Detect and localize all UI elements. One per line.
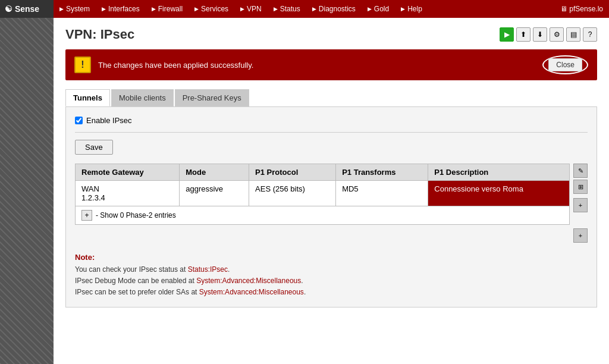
toolbar-list-icon[interactable]: ▤	[566, 27, 580, 42]
alert-warning-icon: !	[74, 57, 91, 73]
alert-box: ! The changes have been applied successf…	[65, 49, 597, 80]
tab-tunnels[interactable]: Tunnels	[65, 89, 110, 106]
tab-content: Enable IPsec Save Remote Gateway Mode P1…	[65, 106, 597, 307]
nav-vpn[interactable]: ▶VPN	[234, 0, 268, 18]
page-title: VPN: IPsec	[65, 27, 134, 42]
row-action-icons: ✎ ⊞ +	[570, 164, 588, 212]
nav-status[interactable]: ▶Status	[268, 0, 306, 18]
col-p1-description: P1 Description	[428, 164, 570, 181]
phase2-cell: + - Show 0 Phase-2 entries	[76, 206, 570, 225]
toolbar-help-icon[interactable]: ?	[583, 27, 597, 42]
cell-transforms: MD5	[336, 181, 428, 206]
main-content: VPN: IPsec ▶ ⬆ ⬇ ⚙ ▤ ? ! The changes hav…	[54, 18, 609, 364]
nav-interfaces[interactable]: ▶Interfaces	[96, 0, 146, 18]
link-advanced-misc-1[interactable]: System:Advanced:Miscellaneous	[196, 277, 301, 285]
enable-ipsec-row: Enable IPsec	[75, 116, 588, 133]
nav-menu: ▶System ▶Interfaces ▶Firewall ▶Services …	[54, 0, 428, 18]
cell-mode: aggressive	[180, 181, 249, 206]
toolbar-icons: ▶ ⬆ ⬇ ⚙ ▤ ?	[500, 27, 597, 42]
col-p1-transforms: P1 Transforms	[336, 164, 428, 181]
add-phase-area: + - Show 0 Phase-2 entries	[81, 210, 563, 221]
logo: ☯ Sense	[0, 0, 54, 18]
page-header: VPN: IPsec ▶ ⬆ ⬇ ⚙ ▤ ?	[65, 27, 597, 42]
phase2-label: - Show 0 Phase-2 entries	[96, 211, 176, 219]
close-button[interactable]: Close	[548, 58, 582, 71]
table-row: WAN1.2.3.4 aggressive AES (256 bits) MD5…	[76, 181, 570, 206]
link-status-ipsec[interactable]: Status:IPsec	[188, 265, 228, 274]
logo-text: ☯ Sense	[5, 4, 39, 14]
toolbar-down-icon[interactable]: ⬇	[533, 27, 547, 42]
save-button[interactable]: Save	[75, 140, 113, 155]
nav-gold[interactable]: ▶Gold	[362, 0, 395, 18]
note-title: Note:	[75, 253, 95, 262]
sidebar	[0, 18, 54, 364]
note-line-3: IPsec can be set to prefer older SAs at …	[75, 287, 588, 298]
phase2-row: + - Show 0 Phase-2 entries	[76, 206, 570, 225]
col-mode: Mode	[180, 164, 249, 181]
note-line-1: You can check your IPsec status at Statu…	[75, 264, 588, 275]
alert-message: The changes have been applied successful…	[98, 61, 542, 70]
nav-system[interactable]: ▶System	[54, 0, 96, 18]
close-btn-wrapper: Close	[542, 55, 588, 74]
nav-diagnostics[interactable]: ▶Diagnostics	[306, 0, 362, 18]
nav-firewall[interactable]: ▶Firewall	[146, 0, 189, 18]
add-phase-button[interactable]: +	[81, 210, 92, 221]
enable-ipsec-checkbox[interactable]	[75, 117, 83, 124]
toolbar-play-icon[interactable]: ▶	[500, 27, 514, 42]
col-remote-gateway: Remote Gateway	[76, 164, 180, 181]
edit-row-icon[interactable]: ✎	[573, 164, 588, 178]
nav-services[interactable]: ▶Services	[189, 0, 234, 18]
top-navigation: ☯ Sense ▶System ▶Interfaces ▶Firewall ▶S…	[0, 0, 609, 18]
tabs: Tunnels Mobile clients Pre-Shared Keys	[65, 89, 597, 106]
notes-section: Note: You can check your IPsec status at…	[75, 252, 588, 298]
nav-help[interactable]: ▶Help	[395, 0, 428, 18]
vpn-table-wrapper: Remote Gateway Mode P1 Protocol P1 Trans…	[75, 164, 588, 225]
toolbar-gear-icon[interactable]: ⚙	[550, 27, 564, 42]
enable-ipsec-label: Enable IPsec	[86, 116, 132, 125]
bottom-icon-area: +	[75, 228, 588, 243]
cell-protocol: AES (256 bits)	[249, 181, 336, 206]
tab-pre-shared-keys[interactable]: Pre-Shared Keys	[175, 89, 249, 106]
link-advanced-misc-2[interactable]: System:Advanced:Miscellaneous	[199, 288, 304, 296]
add-row-icon[interactable]: +	[573, 198, 588, 212]
copy-row-icon[interactable]: ⊞	[573, 180, 588, 194]
cell-description: Connessione verso Roma	[428, 181, 570, 206]
toolbar-up-icon[interactable]: ⬆	[516, 27, 530, 42]
tab-mobile-clients[interactable]: Mobile clients	[111, 89, 174, 106]
col-p1-protocol: P1 Protocol	[249, 164, 336, 181]
pfsense-label: 🖥 pfSense.lo	[560, 5, 609, 13]
cell-gateway: WAN1.2.3.4	[76, 181, 180, 206]
vpn-table: Remote Gateway Mode P1 Protocol P1 Trans…	[75, 164, 570, 225]
note-line-2: IPsec Debug Mode can be enabled at Syste…	[75, 275, 588, 287]
bottom-add-icon[interactable]: +	[573, 228, 588, 243]
